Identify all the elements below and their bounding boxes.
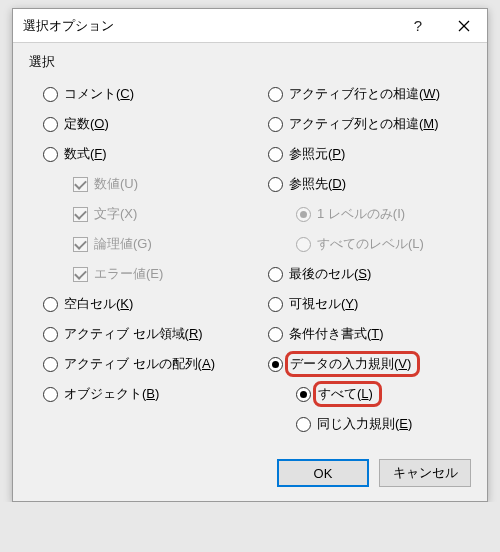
checkbox-icon xyxy=(73,267,88,282)
radio-icon xyxy=(268,357,283,372)
radio-label: 最後のセル(S) xyxy=(289,265,371,283)
radio-icon xyxy=(268,87,283,102)
radio-icon xyxy=(296,387,311,402)
radio-icon xyxy=(268,297,283,312)
radio-current-array[interactable]: アクティブ セルの配列(A) xyxy=(29,349,246,379)
checkbox-icon xyxy=(73,177,88,192)
titlebar: 選択オプション ? xyxy=(13,9,487,43)
options-columns: コメント(C) 定数(O) 数式(F) 数値(U) 文字(X) xyxy=(29,79,471,439)
goto-special-dialog: 選択オプション ? 選択 コメント(C) 定数(O) 数式(F) xyxy=(12,8,488,502)
radio-precedents[interactable]: 参照元(P) xyxy=(254,139,471,169)
radio-icon xyxy=(296,417,311,432)
radio-label: 参照元(P) xyxy=(289,145,345,163)
radio-dv-same[interactable]: 同じ入力規則(E) xyxy=(254,409,471,439)
radio-label: アクティブ列との相違(M) xyxy=(289,115,439,133)
radio-icon xyxy=(43,327,58,342)
section-label: 選択 xyxy=(29,53,471,71)
check-label: 論理値(G) xyxy=(94,235,152,253)
radio-label: 定数(O) xyxy=(64,115,109,133)
radio-data-validation[interactable]: データの入力規則(V) xyxy=(254,349,471,379)
radio-comments[interactable]: コメント(C) xyxy=(29,79,246,109)
checkbox-icon xyxy=(73,237,88,252)
radio-icon xyxy=(268,117,283,132)
check-label: 文字(X) xyxy=(94,205,137,223)
close-button[interactable] xyxy=(441,9,487,43)
radio-label: 1 レベルのみ(I) xyxy=(317,205,405,223)
check-label: エラー値(E) xyxy=(94,265,163,283)
dialog-buttons: OK キャンセル xyxy=(13,447,487,501)
radio-visible-cells[interactable]: 可視セル(Y) xyxy=(254,289,471,319)
radio-icon xyxy=(43,147,58,162)
radio-label: アクティブ セル領域(R) xyxy=(64,325,203,343)
radio-formulas[interactable]: 数式(F) xyxy=(29,139,246,169)
radio-icon xyxy=(296,237,311,252)
dialog-body: 選択 コメント(C) 定数(O) 数式(F) 数値(U) xyxy=(13,43,487,447)
radio-last-cell[interactable]: 最後のセル(S) xyxy=(254,259,471,289)
radio-icon xyxy=(268,147,283,162)
radio-label: アクティブ行との相違(W) xyxy=(289,85,440,103)
radio-icon xyxy=(43,117,58,132)
check-numbers: 数値(U) xyxy=(29,169,246,199)
radio-row-diff[interactable]: アクティブ行との相違(W) xyxy=(254,79,471,109)
radio-icon xyxy=(43,297,58,312)
help-icon: ? xyxy=(414,17,422,34)
close-icon xyxy=(458,20,470,32)
radio-label: すべてのレベル(L) xyxy=(317,235,424,253)
check-errors: エラー値(E) xyxy=(29,259,246,289)
radio-label: 空白セル(K) xyxy=(64,295,133,313)
radio-label: 参照先(D) xyxy=(289,175,346,193)
radio-label: 同じ入力規則(E) xyxy=(317,415,412,433)
radio-label: 可視セル(Y) xyxy=(289,295,358,313)
radio-icon xyxy=(43,387,58,402)
help-button[interactable]: ? xyxy=(395,9,441,43)
radio-label: 条件付き書式(T) xyxy=(289,325,384,343)
radio-label: アクティブ セルの配列(A) xyxy=(64,355,215,373)
radio-icon xyxy=(43,357,58,372)
dialog-title: 選択オプション xyxy=(23,17,395,35)
radio-blanks[interactable]: 空白セル(K) xyxy=(29,289,246,319)
radio-label: すべて(L) xyxy=(313,381,382,407)
checkbox-icon xyxy=(73,207,88,222)
radio-current-region[interactable]: アクティブ セル領域(R) xyxy=(29,319,246,349)
ok-button[interactable]: OK xyxy=(277,459,369,487)
radio-dv-all[interactable]: すべて(L) xyxy=(254,379,471,409)
radio-icon xyxy=(268,327,283,342)
radio-cond-format[interactable]: 条件付き書式(T) xyxy=(254,319,471,349)
radio-col-diff[interactable]: アクティブ列との相違(M) xyxy=(254,109,471,139)
radio-constants[interactable]: 定数(O) xyxy=(29,109,246,139)
radio-objects[interactable]: オブジェクト(B) xyxy=(29,379,246,409)
radio-icon xyxy=(268,267,283,282)
radio-one-level: 1 レベルのみ(I) xyxy=(254,199,471,229)
check-text: 文字(X) xyxy=(29,199,246,229)
radio-all-levels: すべてのレベル(L) xyxy=(254,229,471,259)
left-column: コメント(C) 定数(O) 数式(F) 数値(U) 文字(X) xyxy=(29,79,246,439)
check-label: 数値(U) xyxy=(94,175,138,193)
radio-label: データの入力規則(V) xyxy=(285,351,420,377)
radio-icon xyxy=(268,177,283,192)
radio-dependents[interactable]: 参照先(D) xyxy=(254,169,471,199)
radio-label: コメント(C) xyxy=(64,85,134,103)
radio-label: 数式(F) xyxy=(64,145,107,163)
check-logical: 論理値(G) xyxy=(29,229,246,259)
cancel-button[interactable]: キャンセル xyxy=(379,459,471,487)
radio-icon xyxy=(43,87,58,102)
radio-label: オブジェクト(B) xyxy=(64,385,159,403)
radio-icon xyxy=(296,207,311,222)
right-column: アクティブ行との相違(W) アクティブ列との相違(M) 参照元(P) 参照先(D… xyxy=(254,79,471,439)
